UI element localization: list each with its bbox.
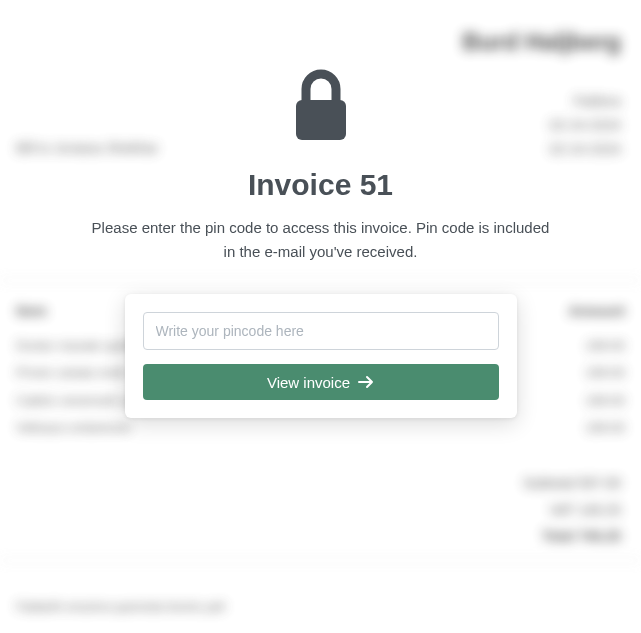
lock-icon (290, 68, 352, 150)
svg-rect-0 (296, 100, 346, 140)
view-invoice-button-label: View invoice (267, 374, 350, 391)
page-title: Invoice 51 (248, 168, 393, 202)
instruction-text: Please enter the pin code to access this… (86, 216, 556, 264)
arrow-right-icon (358, 375, 374, 389)
view-invoice-button[interactable]: View invoice (143, 364, 499, 400)
pincode-input[interactable] (143, 312, 499, 350)
pincode-card: View invoice (125, 294, 517, 418)
